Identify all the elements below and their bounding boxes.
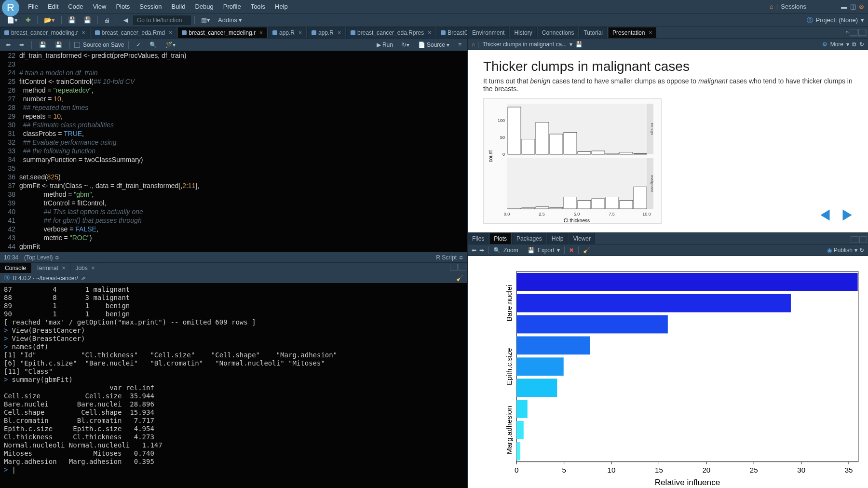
clear-plots-button[interactable]: 🧹 — [583, 247, 590, 254]
plot-max-button[interactable] — [859, 236, 867, 243]
zoom-icon[interactable]: 🔍 — [493, 247, 501, 254]
plot-refresh-icon[interactable]: ↻ — [859, 247, 864, 254]
project-menu[interactable]: Project: (None) — [816, 16, 858, 24]
env-tab-history[interactable]: History — [510, 27, 536, 38]
next-slide-button[interactable] — [838, 207, 856, 223]
menu-edit[interactable]: Edit — [43, 1, 63, 12]
source-on-save-checkbox[interactable] — [74, 42, 80, 48]
export-icon[interactable]: 💾 — [528, 247, 535, 254]
console-min-button[interactable] — [450, 264, 458, 271]
minimize-icon[interactable]: ▬ — [841, 3, 847, 10]
project-r-icon: Ⓡ — [807, 16, 813, 25]
addins-button[interactable]: Addins ▾ — [215, 15, 245, 25]
save-button[interactable]: 💾 — [65, 15, 79, 25]
save-file-button[interactable]: 💾 — [52, 40, 65, 50]
close-tab-icon[interactable]: × — [338, 29, 341, 36]
export-button[interactable]: Export — [538, 247, 555, 254]
presentation-breadcrumb[interactable]: Thicker clumps in malignant ca... — [482, 41, 567, 48]
more-button[interactable]: More — [830, 41, 843, 48]
plot-tab-help[interactable]: Help — [547, 233, 568, 244]
console-output[interactable]: 87 4 1 malignant 88 8 3 malignant 89 1 1… — [0, 284, 467, 488]
publish-icon[interactable]: ◉ — [827, 247, 832, 254]
wand-button[interactable]: 🪄▾ — [163, 40, 178, 50]
env-tab-presentation[interactable]: Presentation × — [608, 27, 656, 38]
console-tab-terminal[interactable]: Terminal × — [31, 263, 70, 273]
print-button[interactable]: 🖨 — [101, 15, 113, 25]
show-in-pane-button[interactable]: 💾 — [36, 40, 49, 50]
close-tab-icon[interactable]: × — [298, 29, 302, 36]
home-icon[interactable]: ⌂ — [770, 3, 773, 10]
menu-build[interactable]: Build — [167, 1, 190, 12]
pres-save-icon[interactable]: 💾 — [575, 41, 583, 48]
goto-file-input[interactable]: Go to file/function — [133, 15, 191, 25]
menu-debug[interactable]: Debug — [190, 1, 218, 12]
menu-help[interactable]: Help — [270, 1, 293, 12]
pres-refresh-icon[interactable]: ↻ — [859, 41, 864, 48]
menu-profile[interactable]: Profile — [218, 1, 246, 12]
new-file-button[interactable]: 📄▾ — [4, 15, 21, 25]
editor-tab[interactable]: BreastCa× — [436, 27, 467, 38]
plot-min-button[interactable] — [851, 236, 858, 243]
back-button[interactable]: ⬅ — [3, 40, 14, 50]
plot-tab-viewer[interactable]: Viewer — [569, 233, 595, 244]
rerun-button[interactable]: ↻▾ — [399, 40, 412, 50]
env-tab-tutorial[interactable]: Tutorial — [579, 27, 607, 38]
outline-button[interactable]: ≡ — [455, 40, 464, 50]
pres-home-icon[interactable]: ⌂ — [472, 41, 475, 48]
env-tab-connections[interactable]: Connections — [538, 27, 579, 38]
publish-button[interactable]: Publish — [834, 247, 853, 254]
open-file-button[interactable]: 📂▾ — [41, 15, 58, 25]
editor-tab[interactable]: app.R× — [307, 27, 345, 38]
source-button[interactable]: 📄 Source ▾ — [415, 40, 452, 50]
menu-plots[interactable]: Plots — [111, 1, 135, 12]
forward-button[interactable]: ➡ — [16, 40, 27, 50]
scope-label[interactable]: (Top Level) — [24, 254, 53, 261]
sessions-button[interactable]: Sessions — [781, 3, 806, 10]
menu-view[interactable]: View — [88, 1, 111, 12]
plot-prev-button[interactable]: ⬅ — [472, 247, 476, 254]
console-tab-jobs[interactable]: Jobs × — [70, 263, 100, 273]
env-tab-environment[interactable]: Environment — [468, 27, 509, 38]
run-button[interactable]: ▶ Run — [374, 40, 396, 50]
close-tab-icon[interactable]: × — [82, 29, 85, 36]
pres-popup-icon[interactable]: ⧉ — [852, 41, 856, 48]
plot-toolbar: ⬅ ➡ 🔍 Zoom 💾 Export▾ ✖ 🧹 ◉ Publish▾ ↻ — [468, 244, 868, 256]
find-button[interactable]: 🔍 — [147, 40, 160, 50]
editor-tab[interactable]: breast_cancer_modeling.r× — [0, 27, 90, 38]
zoom-button[interactable]: Zoom — [503, 247, 518, 254]
menu-file[interactable]: File — [23, 1, 43, 12]
code-editor[interactable]: 22df_train_transformed <- predict(prePro… — [0, 51, 467, 252]
file-type-label[interactable]: R Script — [436, 254, 457, 261]
close-tab-icon[interactable]: × — [169, 29, 172, 36]
editor-tab[interactable]: breast_cancer_modeling.r× — [177, 27, 267, 38]
close-tab-icon[interactable]: × — [428, 29, 431, 36]
plot-next-button[interactable]: ➡ — [479, 247, 484, 254]
close-icon[interactable]: ⊗ — [859, 3, 864, 10]
menu-session[interactable]: Session — [135, 1, 166, 12]
clear-console-icon[interactable]: 🧹 — [456, 275, 463, 282]
grid-button[interactable]: ▦▾ — [198, 15, 213, 25]
console-popup-icon[interactable]: ⇗ — [81, 275, 86, 282]
goto-prev-button[interactable]: ◀ — [121, 15, 131, 25]
remove-plot-button[interactable]: ✖ — [569, 247, 574, 254]
plot-tab-plots[interactable]: Plots — [489, 233, 511, 244]
panes-icon[interactable]: ◫ — [850, 3, 856, 10]
new-project-button[interactable]: ✚ — [23, 15, 34, 25]
menu-tools[interactable]: Tools — [246, 1, 270, 12]
plot-tab-packages[interactable]: Packages — [512, 233, 546, 244]
svg-text:0: 0 — [502, 152, 505, 157]
prev-slide-button[interactable] — [816, 207, 834, 223]
svg-rect-17 — [508, 208, 521, 209]
pres-settings-icon[interactable]: ⚙ — [822, 41, 827, 48]
editor-tab[interactable]: app.R× — [268, 27, 306, 38]
close-tab-icon[interactable]: × — [259, 29, 263, 36]
console-path[interactable]: R 4.0.2 · ~/breast-cancer/ — [13, 275, 78, 282]
plot-tab-files[interactable]: Files — [468, 233, 488, 244]
menu-code[interactable]: Code — [63, 1, 88, 12]
console-max-button[interactable] — [459, 264, 466, 271]
spell-check-button[interactable]: ✓ — [133, 40, 144, 50]
editor-tab[interactable]: breast_cancer_eda.Rmd× — [91, 27, 176, 38]
editor-tab[interactable]: breast_cancer_eda.Rpres× — [346, 27, 435, 38]
console-tab-console[interactable]: Console — [0, 263, 31, 273]
save-all-button[interactable]: 💾 — [81, 15, 94, 25]
